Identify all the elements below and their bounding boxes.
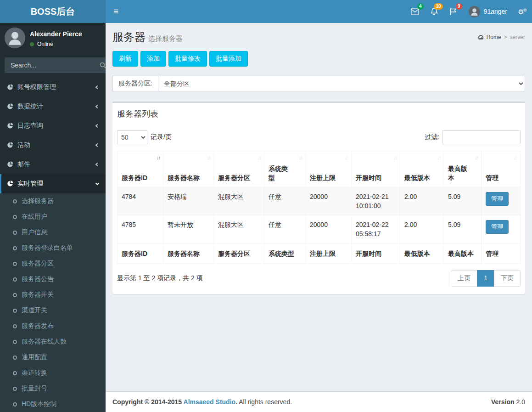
sidebar-menu-item[interactable]: 实时管理 (0, 174, 106, 193)
sidebar-submenu-item[interactable]: 服务器登录白名单 (0, 240, 106, 256)
sort-icon: ↓↑ (475, 154, 478, 162)
sidebar-menu-item[interactable]: 活动 (0, 135, 106, 155)
search-button[interactable] (100, 57, 106, 73)
table-cell: 混服大区 (214, 215, 264, 244)
online-status-label: Online (37, 41, 53, 47)
page-length-select[interactable]: 50 (117, 130, 147, 144)
navbar-right: 4 10 9 (405, 0, 532, 23)
page-title: 服务器 (112, 31, 146, 43)
pagination-prev[interactable]: 上页 (451, 270, 477, 287)
studio-link[interactable]: Almsaeed Studio (184, 398, 236, 406)
messages-menu[interactable]: 4 (405, 0, 425, 23)
table-cell: 混服大区 (214, 187, 264, 215)
table-cell: 5.09 (444, 187, 482, 215)
control-sidebar-toggle[interactable]: ⚙⚙ (513, 0, 532, 23)
sidebar-user-status[interactable]: Online (30, 41, 82, 47)
sidebar-menu-item[interactable]: 日志查询 (0, 116, 106, 135)
sidebar-submenu-label: 服务器公告 (22, 275, 54, 283)
sidebar-submenu-item[interactable]: HD版本控制 (0, 396, 106, 412)
server-table: ↓↑服务器ID↓↑服务器名称↓↑服务器分区↓↑系统类型↓↑注册上限↓↑开服时间↓… (117, 151, 521, 264)
chevron-left-icon (95, 143, 99, 147)
sort-icon: ↓↑ (345, 154, 348, 162)
action-button[interactable]: 批量添加 (209, 51, 248, 67)
action-button[interactable]: 添加 (140, 51, 166, 67)
table-header-row: ↓↑服务器ID↓↑服务器名称↓↑服务器分区↓↑系统类型↓↑注册上限↓↑开服时间↓… (118, 151, 521, 187)
sidebar-menu-item[interactable]: 账号权限管理 (0, 78, 106, 97)
sidebar-submenu-item[interactable]: 渠道转换 (0, 365, 106, 381)
column-header[interactable]: ↓↑最高版本 (444, 151, 482, 187)
table-cell: 4784 (118, 187, 163, 215)
column-header[interactable]: ↓↑服务器名称 (163, 151, 214, 187)
sidebar-submenu-item[interactable]: 服务器开关 (0, 287, 106, 303)
circle-icon (13, 262, 17, 266)
sidebar-submenu-item[interactable]: 服务器在线人数 (0, 334, 106, 350)
copyright-prefix: Copyright © 2014-2015 (112, 398, 184, 406)
box-header: 服务器列表 (112, 103, 525, 123)
brand-logo[interactable]: BOSS后台 (0, 0, 106, 23)
action-button[interactable]: 刷新 (112, 51, 138, 67)
pie-chart-icon (7, 84, 13, 90)
sidebar-submenu-item[interactable]: 通用配置 (0, 350, 106, 365)
sidebar-submenu: 选择服务器 在线用户 用户信息 服务器登录白名单 服务器分区 服务器公告 服务器… (0, 193, 106, 412)
column-header[interactable]: ↓↑服务器ID (118, 151, 163, 187)
sidebar-submenu-item[interactable]: 选择服务器 (0, 193, 106, 209)
pagination-next[interactable]: 下页 (494, 270, 521, 287)
sidebar-menu-label: 邮件 (17, 160, 92, 169)
search-input[interactable] (5, 57, 100, 73)
column-footer: 服务器分区 (214, 243, 264, 263)
column-header[interactable]: ↓↑管理 (482, 151, 521, 187)
sidebar-submenu-label: HD版本控制 (22, 400, 56, 408)
tasks-menu[interactable]: 9 (444, 0, 463, 23)
chevron-left-icon (95, 124, 99, 128)
table-cell: 安格瑞 (163, 187, 214, 215)
column-header[interactable]: ↓↑系统类型 (264, 151, 306, 187)
action-button[interactable]: 批量修改 (168, 51, 207, 67)
column-header[interactable]: ↓↑开服时间 (352, 151, 400, 187)
column-header[interactable]: ↓↑服务器分区 (214, 151, 264, 187)
breadcrumb-home-link[interactable]: Home (487, 34, 501, 40)
sidebar-submenu-item[interactable]: 服务器发布 (0, 318, 106, 334)
hamburger-icon: ≡ (113, 6, 118, 17)
column-header[interactable]: ↓↑最低版本 (400, 151, 444, 187)
sidebar-submenu-item[interactable]: 服务器公告 (0, 271, 106, 287)
table-cell: 2.00 (400, 187, 444, 215)
notifications-menu[interactable]: 10 (425, 0, 444, 23)
manage-button[interactable]: 管理 (486, 220, 509, 234)
table-cell: 2021-02-22 05:58:17 (352, 215, 400, 244)
table-cell: 5.09 (444, 215, 482, 244)
pie-chart-icon (7, 123, 13, 129)
column-header[interactable]: ↓↑注册上限 (306, 151, 352, 187)
sidebar-submenu-label: 服务器发布 (22, 322, 54, 330)
sidebar-submenu-item[interactable]: 在线用户 (0, 209, 106, 225)
sidebar-search-form (5, 57, 101, 73)
sidebar-submenu-item[interactable]: 用户信息 (0, 225, 106, 240)
sidebar-submenu-item[interactable]: 渠道开关 (0, 303, 106, 318)
manage-button[interactable]: 管理 (486, 192, 509, 206)
page-length-label: 记录/页 (151, 133, 172, 141)
server-list-box: 服务器列表 50 记录/页 过滤: ↓↑服务器ID↓↑服务器名称↓↑服务器分区↓… (112, 102, 525, 294)
search-icon (100, 62, 106, 68)
circle-icon (13, 356, 17, 360)
sidebar-menu-item[interactable]: 数据统计 (0, 97, 106, 116)
content-wrapper: 服务器选择服务器 Home > server 刷新添加批量修改批量添加 服务器分… (106, 23, 532, 412)
envelope-icon (411, 8, 419, 15)
sidebar-toggle-button[interactable]: ≡ (106, 0, 126, 23)
pie-chart-icon (7, 142, 13, 148)
sidebar-menu-label: 实时管理 (17, 180, 92, 188)
pie-chart-icon (7, 161, 13, 168)
pagination-page-1[interactable]: 1 (477, 270, 494, 287)
sidebar-submenu-item[interactable]: 服务器分区 (0, 256, 106, 271)
sidebar-menu-label: 数据统计 (17, 102, 92, 111)
table-filter-input[interactable] (442, 130, 521, 144)
breadcrumb: Home > server (478, 34, 525, 40)
zone-select[interactable]: 全部分区 (158, 76, 525, 91)
table-cell: 20000 (306, 215, 352, 244)
breadcrumb-separator: > (504, 34, 507, 40)
sidebar-menu-item[interactable]: 邮件 (0, 155, 106, 174)
notifications-badge: 10 (434, 3, 442, 10)
sidebar-submenu-label: 服务器分区 (22, 260, 54, 268)
sidebar-submenu-item[interactable]: 批量封号 (0, 381, 106, 396)
table-cell: 管理 (482, 187, 521, 215)
column-footer: 最高版本 (444, 243, 482, 263)
user-menu[interactable]: 91anger (463, 0, 513, 23)
